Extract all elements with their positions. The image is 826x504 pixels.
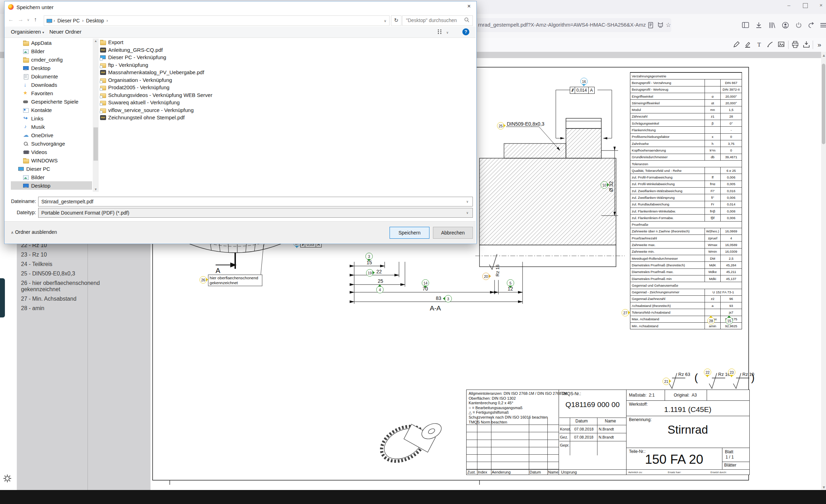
pdf-print-icon[interactable] — [791, 40, 800, 49]
sidebar-icon[interactable] — [741, 21, 750, 30]
tree-item[interactable]: Export — [11, 190, 92, 192]
similar-to-label: Aehnlich zu: — [628, 471, 643, 474]
downloads-icon[interactable] — [755, 21, 764, 30]
save-to-pocket-icon[interactable] — [657, 21, 664, 29]
dialog-close-button[interactable]: × — [464, 3, 474, 11]
file-list-item[interactable]: Zeichnungsteil ohne Stempel.pdf — [100, 114, 475, 121]
settings-gear-icon[interactable] — [3, 474, 12, 483]
file-list-item[interactable]: Massnahmenkatalog_PV_Uebergabe.pdf — [100, 69, 475, 76]
tree-item[interactable]: Desktop — [11, 64, 92, 72]
file-list-item[interactable]: Schulungsvideos - Verknüpfung WEB Server — [100, 91, 475, 99]
reader-mode-icon[interactable] — [647, 21, 654, 29]
tree-item[interactable]: Musik — [11, 122, 92, 131]
power-icon[interactable] — [794, 21, 804, 30]
titleblock-line — [626, 448, 749, 448]
scrollbar-down-arrow[interactable]: ▼ — [822, 485, 826, 489]
stamp-list-item[interactable]: 25 - DIN509-E0,8x0,3 — [21, 271, 105, 277]
tree-item-label: Desktop — [31, 183, 50, 189]
file-list-item[interactable]: ftp - Verknüpfung — [100, 61, 475, 69]
back-button[interactable]: ← — [8, 16, 14, 23]
up-button[interactable]: ↑ — [34, 16, 37, 23]
file-list-item[interactable]: Suwareq aktuell - Verknüpfung — [100, 99, 475, 106]
window-minimize-button[interactable]: – — [786, 2, 792, 8]
filetype-dropdown-arrow[interactable]: ∨ — [466, 211, 469, 215]
tree-item[interactable]: AppData — [11, 38, 92, 47]
help-button[interactable]: ? — [462, 28, 469, 35]
pdf-image-icon[interactable] — [777, 40, 786, 49]
tree-item[interactable]: Bilder — [11, 173, 92, 181]
account-icon[interactable] — [781, 21, 790, 30]
tree-scrollbar-thumb[interactable] — [93, 127, 98, 161]
tree-item[interactable]: Links — [11, 114, 92, 122]
tree-item[interactable]: Downloads — [11, 80, 92, 89]
tree-item[interactable]: Favoriten — [11, 89, 92, 97]
pdf-freetext-icon[interactable]: T — [755, 40, 764, 49]
organize-button[interactable]: Organisieren ▾ — [11, 29, 44, 35]
stamp-list-item[interactable]: 23 - Rz 10 — [21, 252, 105, 258]
balloon-3: 3 — [365, 253, 373, 260]
sidebar-handle[interactable] — [0, 278, 5, 317]
tree-item[interactable]: Gespeicherte Spiele — [11, 97, 92, 106]
pdf-draw-icon[interactable] — [766, 40, 775, 49]
tree-item[interactable]: Videos — [11, 148, 92, 156]
breadcrumb-desktop[interactable]: Desktop — [85, 18, 105, 23]
pdf-highlight-icon[interactable] — [743, 40, 752, 49]
recent-locations-dropdown[interactable]: ∨ — [27, 18, 29, 22]
file-list-item[interactable]: Prodat2005 - Verknüpfung — [100, 84, 475, 91]
view-options-icon[interactable] — [437, 29, 444, 35]
stamp-list-item[interactable]: 26 - hier oberflaechenschonend gekennzei… — [21, 280, 105, 293]
replacement-for-label: Ersatz fuer: — [668, 471, 681, 474]
tree-item[interactable]: Kontakte — [11, 106, 92, 114]
pdf-save-icon[interactable] — [802, 40, 811, 49]
scrollbar-up-arrow[interactable]: ▲ — [822, 53, 826, 57]
tree-item-label: Downloads — [31, 82, 57, 88]
tree-item[interactable]: Desktop — [11, 181, 92, 190]
revision-grid — [467, 418, 559, 469]
forward-button[interactable]: → — [18, 16, 23, 23]
scrollbar-thumb[interactable] — [822, 64, 825, 144]
tree-item[interactable]: Dokumente — [11, 72, 92, 80]
tree-item[interactable]: WINDOWS — [11, 156, 92, 164]
search-input[interactable]: "Desktop" durchsuchen — [402, 15, 473, 26]
tree-scrollbar-down[interactable]: ▼ — [94, 188, 97, 191]
breadcrumb-dieser-pc[interactable]: Dieser PC — [56, 18, 81, 23]
library-icon[interactable] — [768, 21, 777, 30]
file-list-item[interactable]: Organisation - Verknüpfung — [100, 76, 475, 84]
filetype-select[interactable]: Portable Document Format (PDF) (*.pdf) ∨ — [38, 208, 473, 218]
view-options-caret[interactable]: ∨ — [446, 31, 449, 34]
pdf-edit-icon[interactable] — [732, 40, 741, 49]
file-list-item[interactable]: Dieser PC - Verknüpfung — [100, 54, 475, 61]
tree-item[interactable]: OneDrive — [11, 131, 92, 139]
stamp-list-item[interactable]: 24 - Teilkreis — [21, 261, 105, 267]
menu-hamburger-icon[interactable] — [819, 21, 826, 30]
tree-scrollbar[interactable] — [93, 38, 99, 192]
tree-item[interactable]: Dieser PC — [11, 164, 92, 173]
file-list-item[interactable]: Anleitung_GRS-CQ.pdf — [100, 46, 475, 54]
file-list-item[interactable]: viflow_service_source - Verknüpfung — [100, 106, 475, 114]
address-bar[interactable]: › Dieser PC › Desktop › ∨ — [44, 15, 390, 26]
refresh-button[interactable]: ↻ — [391, 15, 401, 26]
pdf-toolbar-more-chevron[interactable]: » — [815, 40, 824, 49]
tree-item[interactable]: Bilder — [11, 47, 92, 55]
bookmark-star-icon[interactable]: ☆ — [666, 21, 671, 29]
address-dropdown-arrow[interactable]: ∨ — [384, 19, 386, 23]
geometry-table-row: Eingriffswinkel α 20,000° — [630, 93, 742, 99]
toolbar-separator — [813, 41, 813, 49]
tree-scrollbar-up[interactable]: ▲ — [94, 39, 97, 43]
tree-item[interactable]: Suchvorgänge — [11, 139, 92, 148]
save-button[interactable]: Speichern — [390, 227, 429, 239]
window-close-button[interactable]: × — [818, 2, 824, 8]
share-icon[interactable] — [808, 21, 817, 30]
filename-input[interactable]: Stirnrad_gestempelt.pdf ∨ — [38, 197, 473, 206]
file-item-label: viflow_service_source - Verknüpfung — [108, 107, 194, 113]
new-folder-button[interactable]: Neuer Ordner — [49, 29, 82, 35]
window-maximize-button[interactable] — [803, 3, 808, 8]
stamp-list-item[interactable]: 28 - amin — [21, 305, 105, 312]
filename-dropdown-arrow[interactable]: ∨ — [466, 200, 469, 203]
tree-item-icon — [23, 133, 29, 138]
file-list-item[interactable]: Export — [100, 38, 475, 46]
hide-folders-button[interactable]: ∧ Ordner ausblenden — [11, 229, 57, 235]
stamp-list-item[interactable]: 27 - Min. Achsabstand — [21, 296, 105, 302]
tree-item[interactable]: cmder_config — [11, 55, 92, 64]
cancel-button[interactable]: Abbrechen — [433, 227, 473, 239]
